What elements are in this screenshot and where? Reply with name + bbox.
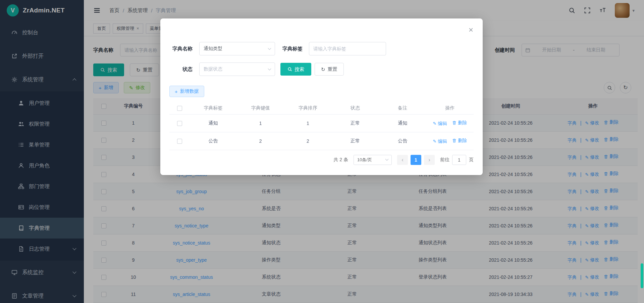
- remark-cell: 通知: [379, 114, 426, 132]
- page-size-value: 10条/页: [357, 157, 372, 163]
- status-cell: 正常: [331, 114, 379, 132]
- goto-label: 前往: [440, 157, 449, 163]
- dict-label-header: 字典标签: [190, 102, 237, 114]
- dict-value-header: 字典键值: [237, 102, 284, 114]
- dict-value-cell: 1: [237, 114, 284, 132]
- row-delete-link[interactable]: 删除: [452, 138, 467, 144]
- dict-label-cell: 公告: [190, 132, 237, 150]
- page-scrollbar-thumb[interactable]: [641, 263, 643, 288]
- row-checkbox[interactable]: [177, 121, 182, 126]
- dict-label-cell: 通知: [190, 114, 237, 132]
- dict-data-table: 字典标签 字典键值 字典排序 状态 备注 操作 通知 1 1 正常 通知 ✎: [169, 102, 474, 150]
- dict-sort-header: 字典排序: [284, 102, 331, 114]
- pagination-goto: 前往 页: [440, 155, 474, 165]
- selected-value: 通知类型: [204, 46, 222, 52]
- goto-page-input[interactable]: [452, 155, 466, 165]
- actions-header: 操作: [426, 102, 474, 114]
- row-checkbox-cell: [169, 114, 190, 132]
- row-edit-link[interactable]: ✎编辑: [433, 121, 447, 127]
- dict-data-table-body: 通知 1 1 正常 通知 ✎编辑 删除 公告 2 2 正常: [169, 114, 474, 150]
- add-dict-data-button[interactable]: + 新增数据: [169, 86, 204, 97]
- search-icon: [287, 67, 292, 72]
- row-delete-link[interactable]: 删除: [452, 120, 467, 126]
- prev-page-button[interactable]: ‹: [397, 155, 408, 165]
- refresh-icon: ↻: [321, 67, 325, 72]
- dialog-filter-row-2: 状态 数据状态 搜索 ↻ 重置: [169, 62, 474, 76]
- dialog-filter-row-1: 字典名称 通知类型 字典标签: [169, 42, 474, 55]
- chevron-down-icon: [385, 158, 389, 161]
- dict-sort-cell: 2: [284, 132, 331, 150]
- table-row: 公告 2 2 正常 公告 ✎编辑 删除: [169, 132, 474, 150]
- dialog-search-button[interactable]: 搜索: [280, 63, 311, 76]
- page-number-active[interactable]: 1: [411, 155, 421, 165]
- row-actions-cell: ✎编辑 删除: [426, 132, 474, 150]
- close-icon[interactable]: ×: [469, 26, 473, 34]
- pagination-total: 共 2 条: [333, 157, 348, 163]
- dict-label-input[interactable]: [309, 42, 386, 55]
- select-all-header: [169, 102, 190, 114]
- delete-icon: [452, 121, 457, 125]
- row-checkbox-cell: [169, 132, 190, 150]
- plus-icon: +: [175, 89, 178, 94]
- next-page-button[interactable]: ›: [424, 155, 435, 165]
- remark-cell: 公告: [379, 132, 426, 150]
- status-cell: 正常: [331, 132, 379, 150]
- dialog-reset-button[interactable]: ↻ 重置: [315, 63, 344, 76]
- table-row: 通知 1 1 正常 通知 ✎编辑 删除: [169, 114, 474, 132]
- edit-icon: ✎: [433, 139, 436, 143]
- status-select[interactable]: 数据状态: [199, 62, 275, 76]
- page-unit-label: 页: [469, 157, 474, 163]
- dict-value-cell: 2: [237, 132, 284, 150]
- row-checkbox[interactable]: [177, 139, 182, 144]
- row-actions-cell: ✎编辑 删除: [426, 114, 474, 132]
- status-header: 状态: [331, 102, 379, 114]
- delete-icon: [452, 138, 457, 143]
- edit-icon: ✎: [433, 121, 436, 126]
- select-all-checkbox[interactable]: [177, 106, 182, 111]
- remark-header: 备注: [379, 102, 426, 114]
- select-placeholder: 数据状态: [204, 66, 222, 72]
- dict-name-select[interactable]: 通知类型: [199, 42, 275, 55]
- dialog-pagination: 共 2 条 10条/页 ‹ 1 › 前往 页: [169, 155, 474, 165]
- dict-sort-cell: 1: [284, 114, 331, 132]
- chevron-down-icon: [268, 67, 271, 70]
- dict-name-label: 字典名称: [169, 46, 199, 52]
- dict-label-label: 字典标签: [282, 46, 309, 52]
- dialog-table-header-row: 字典标签 字典键值 字典排序 状态 备注 操作: [169, 102, 474, 114]
- row-edit-link[interactable]: ✎编辑: [433, 138, 447, 144]
- dict-data-dialog: × 字典名称 通知类型 字典标签 状态 数据状态 搜索 ↻ 重置 + 新增数据: [160, 18, 483, 175]
- chevron-down-icon: [268, 46, 271, 50]
- status-label: 状态: [169, 66, 199, 73]
- page-size-select[interactable]: 10条/页: [354, 155, 392, 165]
